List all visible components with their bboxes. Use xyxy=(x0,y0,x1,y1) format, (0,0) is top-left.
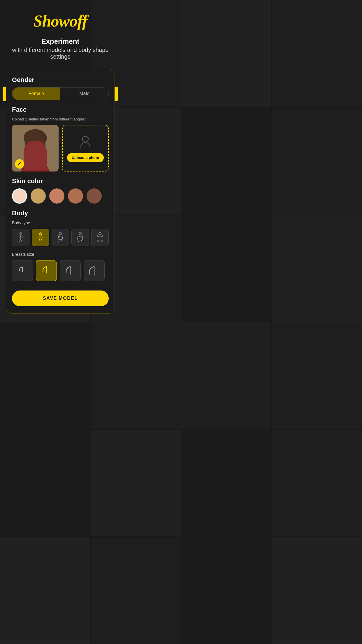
face-photo-empty[interactable]: Upload a photo xyxy=(62,125,109,172)
gender-male-btn[interactable]: Male xyxy=(60,88,108,100)
svg-line-12 xyxy=(19,236,21,238)
face-subtitle: Upload 2 selfies taken from different an… xyxy=(12,117,109,121)
svg-line-35 xyxy=(101,241,102,242)
face-label: Face xyxy=(12,106,109,113)
body-type-heavy[interactable] xyxy=(71,229,89,246)
face-photos-container: Upload a photo xyxy=(12,125,109,172)
edit-photo-btn[interactable] xyxy=(15,159,24,169)
body-types-container xyxy=(12,229,109,246)
svg-point-21 xyxy=(59,232,61,235)
person-placeholder-icon xyxy=(78,134,92,150)
skin-color-3[interactable] xyxy=(49,188,64,204)
skin-color-4[interactable] xyxy=(68,188,83,204)
svg-rect-8 xyxy=(33,153,38,159)
breast-size-m[interactable] xyxy=(60,260,81,281)
skin-color-5[interactable] xyxy=(87,188,102,204)
body-type-slim[interactable] xyxy=(12,229,29,246)
gender-female-btn[interactable]: Female xyxy=(12,88,60,100)
svg-point-26 xyxy=(79,232,81,235)
tagline-normal: with different models and body shape set… xyxy=(6,47,115,60)
svg-line-34 xyxy=(98,241,99,242)
svg-rect-3 xyxy=(25,138,28,153)
svg-line-20 xyxy=(41,239,42,242)
svg-point-6 xyxy=(38,142,41,144)
svg-line-30 xyxy=(81,240,82,242)
skin-color-1[interactable] xyxy=(12,188,27,204)
face-photo-uploaded[interactable] xyxy=(12,125,59,172)
svg-point-7 xyxy=(34,145,36,147)
tagline-bold: Experiment xyxy=(6,37,115,46)
svg-point-2 xyxy=(24,129,47,147)
breast-size-l[interactable] xyxy=(84,260,105,281)
save-model-btn[interactable]: SAVE MODEL xyxy=(12,290,109,306)
skin-color-2[interactable] xyxy=(31,188,46,204)
svg-line-29 xyxy=(78,240,79,242)
svg-rect-4 xyxy=(43,138,45,153)
gender-label: Gender xyxy=(12,76,109,84)
body-type-label: Body type xyxy=(12,220,109,225)
main-card: Gender Female Male Face Upload 2 selfies… xyxy=(6,69,115,314)
breast-size-xs[interactable] xyxy=(12,260,33,281)
breast-size-s[interactable] xyxy=(36,260,57,281)
svg-line-19 xyxy=(39,239,40,242)
svg-line-14 xyxy=(20,239,21,242)
body-type-chubby[interactable] xyxy=(52,229,69,246)
gender-toggle: Female Male xyxy=(12,87,109,100)
svg-point-31 xyxy=(99,232,101,235)
skin-colors-container xyxy=(12,188,109,204)
face-section: Face Upload 2 selfies taken from differe… xyxy=(12,106,109,172)
breast-sizes-container xyxy=(12,260,109,281)
skin-color-label: Skin color xyxy=(12,177,109,185)
skin-color-section: Skin color xyxy=(12,177,109,204)
svg-point-16 xyxy=(39,232,41,235)
svg-line-13 xyxy=(21,236,22,238)
svg-line-24 xyxy=(59,239,59,242)
tagline: Experiment with different models and bod… xyxy=(6,37,115,60)
body-label: Body xyxy=(12,209,109,217)
body-type-very-heavy[interactable] xyxy=(91,229,109,246)
upload-photo-btn[interactable]: Upload a photo xyxy=(67,153,104,162)
svg-line-25 xyxy=(61,239,62,242)
gender-section: Gender Female Male xyxy=(12,76,109,100)
svg-line-15 xyxy=(21,239,22,242)
svg-point-9 xyxy=(82,136,88,142)
svg-point-5 xyxy=(30,142,33,144)
breast-size-label: Breasts size xyxy=(12,252,109,257)
app-title: Showoff xyxy=(34,12,87,30)
body-type-average[interactable] xyxy=(32,229,49,246)
svg-point-10 xyxy=(20,232,22,235)
body-section: Body Body type xyxy=(12,209,109,281)
